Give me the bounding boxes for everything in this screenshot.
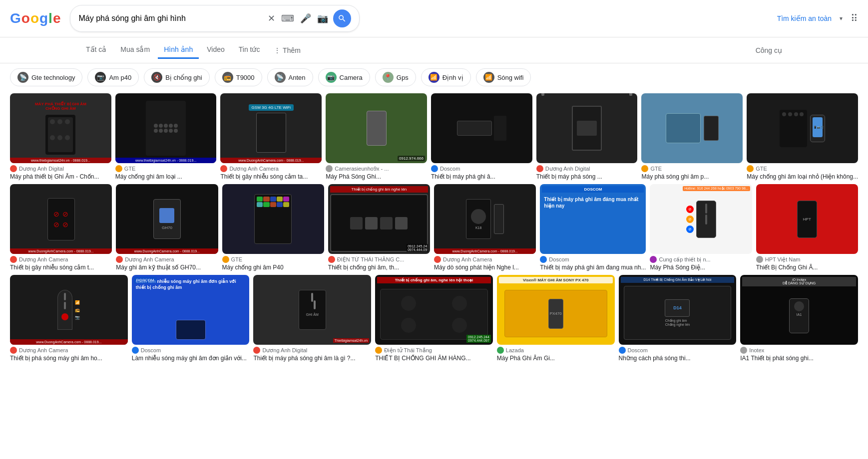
image-card-3-5[interactable]: Visen® MÁY GHI ÂM SONY PX 470 PX470 Laza… xyxy=(497,275,615,362)
image-card-1-4[interactable]: 0912.974.666 Camerasieunho9x - ... Máy P… xyxy=(326,93,427,180)
favicon-2-4 xyxy=(328,256,335,263)
chip-icon-t9000: 📻 xyxy=(222,72,233,83)
chip-bi-chong-ghi[interactable]: 🔇 Bị chống ghi xyxy=(144,68,209,86)
search-input[interactable] xyxy=(78,14,262,23)
google-logo: Google xyxy=(10,10,60,26)
chip-icon-camera: 📷 xyxy=(326,72,337,83)
image-card-1-7[interactable]: GTE Máy phá sóng ghi âm p... xyxy=(641,93,743,180)
chip-gps[interactable]: 📍 Gps xyxy=(375,68,416,86)
favicon-3-4 xyxy=(375,347,382,354)
nav-tabs: Tất cả Mua sắm Hình ảnh Video Tin tức ⋮ … xyxy=(0,37,868,63)
search-bar: ✕ ⌨ 🎤 📷 xyxy=(70,5,360,32)
image-card-1-8[interactable]: 📱📷🎵 GTE Máy chống ghi âm loại nhỏ (Hiện … xyxy=(747,93,858,180)
image-card-3-6[interactable]: D14 Thiết Bị Chống Ghi Âm Bảo Vệ Lời Nói… xyxy=(619,275,737,362)
tab-shopping[interactable]: Mua sắm xyxy=(114,41,156,59)
image-row-1: MÁY PHÁ THIẾT BỊ GHI ÂMCHỐNG GHI ÂM www.… xyxy=(0,91,868,182)
image-card-2-8[interactable]: HPT HPT Việt Nam Thiết Bị Chống Ghi Â... xyxy=(756,184,858,271)
lens-icon[interactable]: 📷 xyxy=(316,12,329,25)
image-card-2-5[interactable]: K18 www.DuongAnhCamera.com - 0888.019...… xyxy=(434,184,536,271)
tab-all[interactable]: Tất cả xyxy=(80,41,112,59)
favicon-1-8 xyxy=(747,165,754,172)
clear-icon[interactable]: ✕ xyxy=(267,12,276,25)
favicon-2-3 xyxy=(222,256,229,263)
favicon-2-6 xyxy=(540,256,547,263)
image-card-2-7[interactable]: ⊘ ⊘ ⊘ Hotline: 916 244 268 hoặc 0903 790… xyxy=(650,184,752,271)
image-card-3-7[interactable]: iO InotexDỄ DÀNG SỬ DỤNG IA1 Inotex IA1 … xyxy=(740,275,858,362)
tab-video[interactable]: Video xyxy=(201,41,231,59)
tab-more[interactable]: ⋮ Thêm xyxy=(268,42,306,58)
chip-dinh-vi[interactable]: 📶 Định vị xyxy=(421,68,471,86)
chip-icon-bichongghi: 🔇 xyxy=(151,72,162,83)
header-right: Tìm kiếm an toàn ▾ ⠿ xyxy=(777,12,858,24)
apps-icon[interactable]: ⠿ xyxy=(851,12,858,24)
favicon-3-1 xyxy=(10,347,17,354)
chip-anten[interactable]: 📡 Anten xyxy=(267,68,313,86)
favicon-2-2 xyxy=(116,256,123,263)
tab-news[interactable]: Tin tức xyxy=(233,41,266,59)
favicon-2-8 xyxy=(756,256,763,263)
tools-button[interactable]: Công cụ xyxy=(750,42,788,58)
favicon-1-6 xyxy=(536,165,543,172)
chip-camera[interactable]: 📷 Camera xyxy=(318,68,370,86)
favicon-1-1 xyxy=(10,165,17,172)
favicon-3-2 xyxy=(132,347,139,354)
chip-icon-songwifi: 📶 xyxy=(483,72,494,83)
favicon-1-2 xyxy=(115,165,122,172)
chip-icon-anten: 📡 xyxy=(275,72,286,83)
favicon-1-3 xyxy=(220,165,227,172)
chip-icon-gps: 📍 xyxy=(383,72,394,83)
chips-bar: 📡 Gte technology 📷 Am p40 🔇 Bị chống ghi… xyxy=(0,63,868,91)
keyboard-icon[interactable]: ⌨ xyxy=(280,12,295,25)
header: Google ✕ ⌨ 🎤 📷 Tìm kiếm an toàn ▾ ⠿ xyxy=(0,0,868,37)
image-card-3-4[interactable]: Thiết bị chống ghi âm, nghe lén hội thoạ… xyxy=(375,275,493,362)
image-card-1-3[interactable]: GSM 3G 4G LTE WiFi www.DuongAnhCamera.co… xyxy=(220,93,322,180)
image-card-3-1[interactable]: 📶📻📷 www.DuongAnhCamera.com - 0888.019...… xyxy=(10,275,128,362)
image-card-3-2[interactable]: Cách làm nhiễu sóng máy ghi âm đơn giản … xyxy=(132,275,250,362)
image-card-1-2[interactable]: www.thietbigiamsat24h.vn - 0888.019... G… xyxy=(115,93,217,180)
image-card-2-4[interactable]: Thiết bị chống ghi âm nghe lén 0912.245.… xyxy=(328,184,430,271)
favicon-3-3 xyxy=(253,347,260,354)
favicon-3-6 xyxy=(619,347,626,354)
image-card-3-3[interactable]: GHI ÂM Thietbigiamsat24h.vn Dương Anh Di… xyxy=(253,275,371,362)
safe-search-label[interactable]: Tìm kiếm an toàn xyxy=(777,14,832,22)
chip-icon-amp40: 📷 xyxy=(95,72,106,83)
image-card-2-3[interactable]: GTE Máy chống ghi âm P40 xyxy=(222,184,324,271)
chip-t9000[interactable]: 📻 T9000 xyxy=(215,68,262,86)
image-card-2-1[interactable]: ⊘⊘ ⊘⊘ www.DuongAnhCamera.com - 0888.019.… xyxy=(10,184,112,271)
favicon-2-1 xyxy=(10,256,17,263)
chip-icon-dinhvi: 📶 xyxy=(429,72,439,83)
chip-icon-gte: 📡 xyxy=(17,72,28,83)
search-button[interactable] xyxy=(333,9,351,27)
favicon-2-5 xyxy=(434,256,441,263)
favicon-1-4 xyxy=(326,165,333,172)
chip-amp40[interactable]: 📷 Am p40 xyxy=(87,68,139,86)
image-card-1-1[interactable]: MÁY PHÁ THIẾT BỊ GHI ÂMCHỐNG GHI ÂM www.… xyxy=(10,93,111,180)
favicon-1-5 xyxy=(431,165,438,172)
chip-song-wifi[interactable]: 📶 Sóng wifi xyxy=(476,68,531,86)
favicon-2-7 xyxy=(650,256,657,263)
image-card-1-6[interactable]: Dương Anh Digital Thiết bị máy phá sóng … xyxy=(536,93,638,180)
image-row-3: 📶📻📷 www.DuongAnhCamera.com - 0888.019...… xyxy=(0,273,868,364)
image-card-2-2[interactable]: GH70 www.DuongAnhCamera.com - 0888.019..… xyxy=(116,184,218,271)
favicon-3-7 xyxy=(740,347,747,354)
favicon-3-5 xyxy=(497,347,504,354)
voice-icon[interactable]: 🎤 xyxy=(299,12,312,25)
image-row-2: ⊘⊘ ⊘⊘ www.DuongAnhCamera.com - 0888.019.… xyxy=(0,182,868,273)
favicon-1-7 xyxy=(641,165,648,172)
image-card-2-6[interactable]: DOSCOM Thiết bị máy phá ghi âm đáng mua … xyxy=(540,184,646,271)
image-card-1-5[interactable]: Doscom Thiết bị máy phá ghi â... xyxy=(431,93,532,180)
chip-gte-technology[interactable]: 📡 Gte technology xyxy=(10,68,82,86)
tab-images[interactable]: Hình ảnh xyxy=(158,41,199,59)
